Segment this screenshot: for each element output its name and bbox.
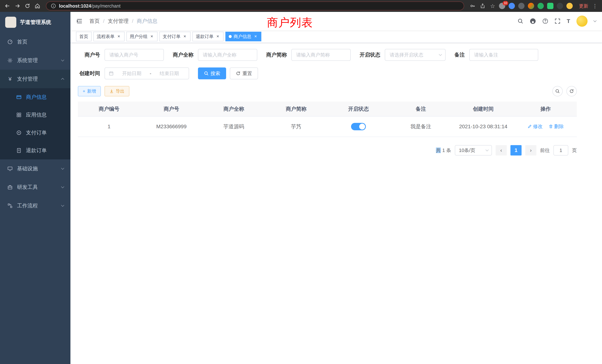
back-icon[interactable] — [4, 2, 11, 10]
sidebar-item-merchant-info[interactable]: 商户信息 — [0, 88, 70, 106]
logo-image — [5, 17, 16, 28]
extension-icon[interactable]: 10 — [499, 3, 505, 9]
site-info-icon[interactable] — [51, 3, 56, 9]
extension-icon[interactable] — [566, 3, 573, 9]
search-icon[interactable] — [517, 18, 523, 24]
merchant-table: 商户编号 商户号 商户全称 商户简称 开启状态 备注 创建时间 操作 1 — [78, 102, 577, 137]
reload-icon[interactable] — [24, 2, 31, 10]
app-logo[interactable]: 芋道管理系统 — [0, 12, 70, 33]
forward-icon[interactable] — [14, 2, 21, 10]
full-name-input[interactable] — [198, 49, 257, 61]
tab-user-group[interactable]: 用户分组× — [126, 32, 158, 41]
tab-merchant-info[interactable]: 商户信息× — [225, 32, 261, 41]
total-count: 共1 条 — [436, 147, 451, 154]
breadcrumb-payment[interactable]: 支付管理 — [108, 18, 129, 25]
browser-update-button[interactable]: 更新 — [579, 3, 588, 9]
close-icon[interactable]: × — [215, 34, 220, 39]
delete-link[interactable]: 删除 — [549, 123, 564, 130]
browser-menu-icon[interactable]: ⋮ — [592, 3, 598, 9]
chevron-down-icon[interactable] — [593, 19, 597, 22]
cell-actions: 修改 删除 — [515, 116, 577, 137]
extension-icon[interactable] — [557, 3, 563, 9]
chevron-down-icon — [439, 53, 442, 56]
page-size-select[interactable]: 10条/页 — [455, 145, 492, 156]
fullscreen-icon[interactable] — [555, 18, 560, 24]
chevron-down-icon — [61, 185, 64, 188]
breadcrumb-current: 商户信息 — [137, 18, 158, 25]
close-icon[interactable]: × — [253, 34, 258, 39]
extension-icon[interactable] — [518, 3, 525, 9]
key-icon[interactable] — [469, 2, 476, 10]
bookmark-star-icon[interactable]: ☆ — [489, 2, 496, 10]
extension-icon[interactable] — [509, 3, 515, 9]
col-remark: 备注 — [390, 102, 452, 116]
screen: localhost:1024/pay/merchant ☆ 10 更新 ⋮ — [0, 0, 602, 364]
github-icon[interactable] — [530, 18, 536, 24]
close-icon[interactable]: × — [116, 34, 121, 39]
sidebar-item-system[interactable]: 系统管理 — [0, 51, 70, 70]
sidebar-item-pay-order[interactable]: 支付订单 — [0, 124, 70, 142]
sidebar-item-workflow[interactable]: 工作流程 — [0, 196, 70, 215]
extension-icon[interactable] — [528, 3, 534, 9]
status-toggle[interactable] — [351, 123, 366, 130]
end-date-placeholder: 结束日期 — [153, 70, 185, 77]
sidebar-item-app-info[interactable]: 应用信息 — [0, 106, 70, 124]
cell-status — [327, 116, 390, 137]
user-avatar[interactable] — [576, 16, 588, 27]
close-icon[interactable]: × — [182, 34, 187, 39]
bank-card-icon — [16, 94, 22, 100]
create-time-range-picker[interactable]: 开始日期 - 结束日期 — [105, 67, 189, 79]
short-name-input[interactable] — [291, 49, 351, 61]
export-button[interactable]: 导出 — [105, 86, 129, 96]
extension-badge: 10 — [503, 1, 508, 5]
edit-link[interactable]: 修改 — [527, 123, 543, 130]
sidebar-item-payment[interactable]: ¥ 支付管理 — [0, 70, 70, 88]
refresh-icon[interactable] — [566, 86, 577, 96]
goto-page-input[interactable] — [553, 145, 568, 156]
font-size-icon[interactable]: T — [567, 18, 570, 24]
sidebar-item-refund-order[interactable]: 退款订单 — [0, 142, 70, 159]
page-annotation: 商户列表 — [267, 15, 313, 30]
page-content: 商户号 商户全称 商户简称 开启状态 请选择开启状态 — [70, 43, 602, 364]
tab-home[interactable]: 首页 — [76, 32, 92, 41]
home-icon[interactable] — [34, 2, 41, 10]
table-header-row: 商户编号 商户号 商户全称 商户简称 开启状态 备注 创建时间 操作 — [78, 102, 577, 116]
extension-icon[interactable] — [547, 3, 553, 9]
create-time-label: 创建时间 — [78, 70, 100, 77]
cell-create-time: 2021-10-23 08:31:14 — [452, 116, 515, 137]
tab-refund-order[interactable]: 退款订单× — [192, 32, 224, 41]
status-select[interactable]: 请选择开启状态 — [385, 49, 446, 61]
extension-icon[interactable] — [538, 3, 544, 9]
sidebar-item-dev-tools[interactable]: 研发工具 — [0, 178, 70, 196]
merchant-no-input[interactable] — [105, 49, 164, 61]
goto-label: 前往 — [540, 147, 550, 154]
col-merchant-id: 商户编号 — [78, 102, 140, 116]
help-icon[interactable] — [542, 18, 548, 24]
remark-input[interactable] — [469, 49, 538, 61]
toggle-search-icon[interactable] — [552, 86, 563, 96]
address-bar[interactable]: localhost:1024/pay/merchant — [46, 1, 464, 10]
cell-merchant-no: M233666999 — [140, 116, 203, 137]
next-page-button[interactable]: › — [525, 145, 536, 156]
pagination: 共1 条 10条/页 ‹ 1 › 前往 页 — [78, 145, 577, 156]
prev-page-button[interactable]: ‹ — [496, 145, 507, 156]
page-number-button[interactable]: 1 — [510, 145, 522, 156]
chevron-down-icon — [486, 148, 489, 151]
sidebar-item-home[interactable]: 首页 — [0, 33, 70, 51]
start-date-placeholder: 开始日期 — [116, 70, 148, 77]
share-icon[interactable] — [479, 2, 486, 10]
search-button[interactable]: 搜索 — [198, 67, 226, 79]
target-icon — [16, 130, 22, 136]
status-label: 开启状态 — [360, 51, 380, 58]
reset-button[interactable]: 重置 — [230, 67, 258, 79]
add-button[interactable]: + 新增 — [78, 86, 101, 96]
chevron-up-icon — [61, 78, 64, 81]
sidebar-item-infrastructure[interactable]: 基础设施 — [0, 159, 70, 178]
tab-process-form[interactable]: 流程表单× — [93, 32, 125, 41]
close-icon[interactable]: × — [149, 34, 154, 39]
remark-label: 备注 — [454, 51, 465, 58]
sidebar-toggle-icon[interactable] — [76, 18, 83, 24]
tab-pay-order[interactable]: 支付订单× — [159, 32, 191, 41]
breadcrumb-home[interactable]: 首页 — [89, 18, 100, 25]
col-merchant-no: 商户号 — [140, 102, 203, 116]
